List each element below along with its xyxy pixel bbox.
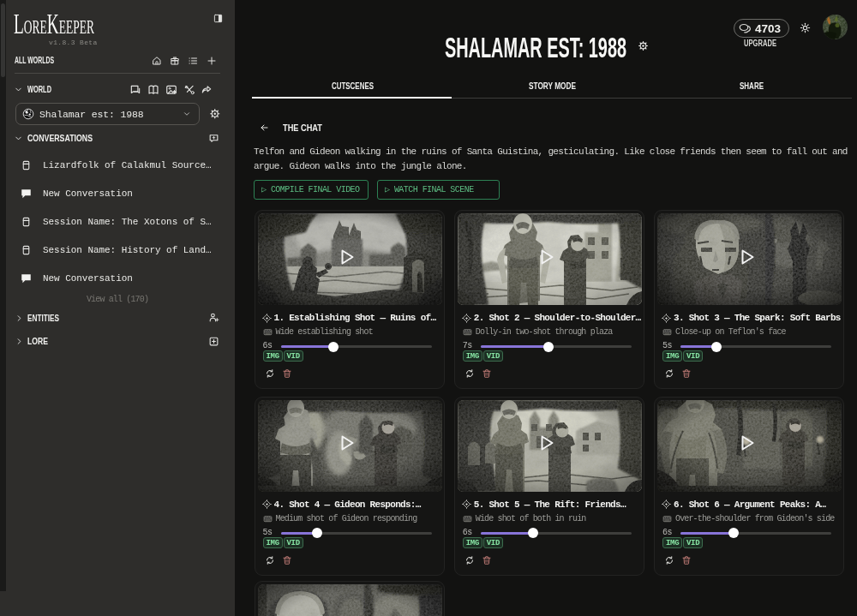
svg-text:WORLD: WORLD [27,84,51,94]
svg-text:THE CHAT: THE CHAT [283,123,323,133]
svg-text:ALL WORLDS: ALL WORLDS [15,55,54,65]
svg-text:CONVERSATIONS: CONVERSATIONS [27,133,93,143]
svg-text:STORY MODE: STORY MODE [529,81,576,91]
svg-text:SHARE: SHARE [740,81,764,91]
svg-text:LoreKeeper: LoreKeeper [14,11,94,39]
svg-text:ENTITIES: ENTITIES [27,313,59,323]
svg-text:CUTSCENES: CUTSCENES [332,81,374,91]
svg-text:LORE: LORE [27,336,48,346]
svg-text:SHALAMAR EST: 1988: SHALAMAR EST: 1988 [445,32,626,63]
svg-text:UPGRADE: UPGRADE [744,39,776,48]
